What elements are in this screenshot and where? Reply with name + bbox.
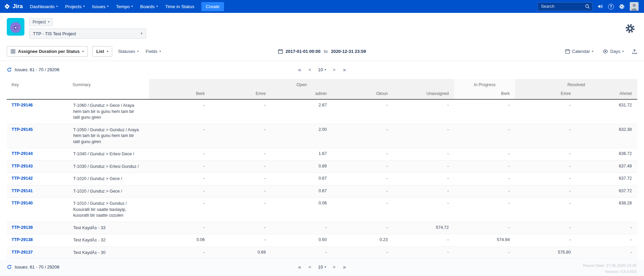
next-page-button[interactable]: >	[330, 263, 339, 271]
prev-page-button[interactable]: <	[305, 66, 314, 73]
duration-cell: -	[393, 247, 454, 259]
duration-cell: -	[332, 148, 393, 161]
page-size-select[interactable]: 10 ▾	[316, 66, 328, 73]
first-page-button[interactable]: «	[295, 263, 304, 271]
duration-cell: 574.72	[393, 222, 454, 234]
assignee-column-header[interactable]: Emre	[210, 89, 271, 99]
view-mode-dropdown[interactable]: List ▾	[92, 46, 112, 57]
nav-item-issues[interactable]: Issues▾	[88, 0, 112, 13]
assignee-column-header[interactable]: Emre	[515, 89, 576, 99]
report-settings-gear-icon[interactable]	[625, 23, 635, 34]
issue-key-link[interactable]: TTP-29142	[12, 176, 33, 181]
report-meta: Report Date: 27.05.2020 14:26 Version: 4…	[583, 262, 637, 275]
duration-cell: -	[393, 160, 454, 173]
assignee-column-header[interactable]: Berk	[149, 89, 210, 99]
project-avatar-eye	[14, 26, 18, 29]
chevron-down-icon: ▾	[131, 5, 133, 8]
duration-cell: 0.50	[271, 234, 332, 247]
statuses-dropdown[interactable]: Statuses ▾	[117, 47, 140, 56]
key-column-header[interactable]: Key	[7, 79, 68, 99]
chevron-down-icon: ▾	[141, 32, 142, 35]
duration-cell: -	[210, 234, 271, 247]
date-separator: to	[323, 49, 329, 54]
project-header: Project ▾ TTP - TIS Test Project ▾	[0, 13, 644, 43]
issue-key-link[interactable]: TTP-29141	[12, 189, 33, 193]
duration-cell: -	[210, 99, 271, 124]
table-row: TTP-29142 T-1020 / Gunduz > Gece / --0.6…	[7, 173, 637, 185]
nav-item-dashboards[interactable]: Dashboards▾	[26, 0, 61, 13]
summary-column-header[interactable]: Summary	[68, 79, 149, 99]
duration-cell: -	[149, 173, 210, 185]
fields-dropdown[interactable]: Fields ▾	[144, 47, 162, 56]
duration-cell: 2.67	[271, 99, 332, 124]
help-icon[interactable]: ?	[608, 4, 614, 9]
report-table: Key Summary OpenIn ProgressResolved Berk…	[7, 79, 637, 259]
duration-cell: -	[454, 160, 515, 173]
page-size-select[interactable]: 10 ▾	[316, 263, 328, 271]
duration-cell: -	[393, 148, 454, 161]
issue-key-link[interactable]: TTP-29146	[12, 103, 33, 107]
calendar-type-dropdown[interactable]: Calendar ▾	[564, 47, 595, 56]
duration-cell: 638.28	[576, 198, 637, 222]
nav-right-controls: ?	[538, 2, 639, 11]
search-icon[interactable]	[585, 4, 590, 9]
chevron-down-icon: ▾	[83, 5, 85, 8]
last-page-button[interactable]: »	[340, 263, 349, 271]
assignee-column-header[interactable]: admin	[271, 89, 332, 99]
nav-item-time-in-status[interactable]: Time in Status	[161, 0, 198, 13]
issue-key-link[interactable]: TTP-29144	[12, 151, 33, 156]
table-row: TTP-29141 T-1020 / Gunduz > Gece / --0.6…	[7, 185, 637, 198]
top-list-bar: Issues: 61 - 70 / 29206 « < 10 ▾ > »	[0, 61, 644, 76]
nav-item-tempo[interactable]: Tempo▾	[112, 0, 137, 13]
user-avatar[interactable]	[630, 2, 639, 11]
unit-dropdown[interactable]: Days ▾	[601, 47, 625, 56]
issue-key-link[interactable]: TTP-29143	[12, 164, 33, 169]
jira-logo-icon	[4, 3, 10, 9]
assignee-column-header[interactable]: Okrun	[332, 89, 393, 99]
chevron-down-icon: ▾	[592, 50, 593, 53]
duration-cell: 637.49	[576, 160, 637, 173]
jql-query: project = "TTP" AND created >= "2017-01-…	[0, 272, 644, 276]
issue-key-link[interactable]: TTP-29138	[12, 237, 33, 242]
last-page-button[interactable]: »	[340, 66, 349, 74]
refresh-icon[interactable]	[7, 264, 12, 270]
duration-cell: 1.67	[271, 148, 332, 161]
issue-key-link[interactable]: TTP-29139	[12, 225, 33, 230]
project-avatar[interactable]	[7, 18, 24, 36]
issue-summary: T-1020 / Gunduz > Gece /	[68, 185, 149, 198]
prev-page-button[interactable]: <	[305, 263, 314, 271]
assignee-column-header[interactable]: Berk	[454, 89, 515, 99]
export-icon[interactable]	[632, 49, 637, 54]
search-input[interactable]	[540, 4, 585, 9]
duration-cell: 631.72	[576, 99, 637, 124]
assignee-column-header[interactable]: Ahmet	[576, 89, 637, 99]
pagination-bottom: « < 10 ▾ > »	[295, 263, 349, 271]
jira-home-link[interactable]: Jira	[4, 3, 23, 10]
announcement-icon[interactable]	[598, 4, 603, 9]
duration-cell: -	[271, 222, 332, 234]
duration-cell: -	[454, 124, 515, 148]
assignee-column-header[interactable]: Unassigned	[393, 89, 454, 99]
duration-cell: -	[149, 160, 210, 173]
chevron-down-icon: ▾	[325, 266, 326, 269]
first-page-button[interactable]: «	[295, 66, 304, 74]
issue-key-link[interactable]: TTP-29145	[12, 127, 33, 132]
refresh-icon[interactable]	[7, 67, 12, 72]
duration-cell: -	[454, 247, 515, 259]
footer-area: Issues: 61 - 70 / 29206 « < 10 ▾ > » Rep…	[0, 260, 644, 276]
date-range-control[interactable]: 2017-01-01 00:00 to 2020-12-31 23:59	[278, 49, 366, 54]
duration-cell: -	[515, 234, 576, 247]
report-type-dropdown[interactable]: Assignee Duration per Status ▾	[7, 46, 88, 57]
issue-key-link[interactable]: TTP-29140	[12, 201, 33, 205]
project-select[interactable]: TTP - TIS Test Project ▾	[29, 28, 146, 39]
duration-cell: -	[149, 99, 210, 124]
scope-selector-button[interactable]: Project ▾	[29, 18, 53, 26]
issue-key-link[interactable]: TTP-29137	[12, 250, 33, 255]
nav-item-projects[interactable]: Projects▾	[61, 0, 88, 13]
gear-icon[interactable]	[619, 4, 625, 9]
group-header-open: Open	[149, 79, 454, 89]
create-button[interactable]: Create	[201, 2, 224, 11]
next-page-button[interactable]: >	[330, 66, 339, 73]
nav-item-boards[interactable]: Boards▾	[136, 0, 161, 13]
table-row: TTP-29138 Test KaydÄ± - 32 0.06-0.500.23…	[7, 234, 637, 247]
